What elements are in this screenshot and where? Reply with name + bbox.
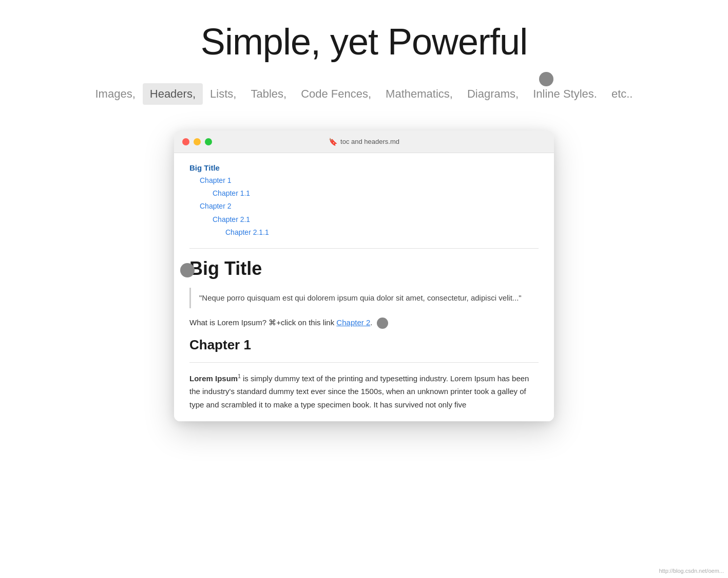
- chapter2-link[interactable]: Chapter 2: [336, 318, 370, 327]
- feature-diagrams[interactable]: Diagrams,: [460, 83, 526, 105]
- link-suffix: .: [370, 318, 372, 327]
- window-content: Big Title Chapter 1 Chapter 1.1 Chapter …: [174, 153, 554, 421]
- lorem-ipsum-bold: Lorem Ipsum: [189, 374, 238, 383]
- minimize-button[interactable]: [194, 138, 201, 145]
- file-icon: 🔖: [329, 138, 337, 146]
- traffic-lights: [182, 138, 212, 145]
- document-section: Big Title "Neque porro quisquam est qui …: [189, 258, 539, 412]
- close-button[interactable]: [182, 138, 189, 145]
- blockquote-text: "Neque porro quisquam est qui dolorem ip…: [199, 293, 522, 302]
- feature-tables[interactable]: Tables,: [243, 83, 294, 105]
- toc-chapter2-1-1[interactable]: Chapter 2.1.1: [189, 226, 539, 239]
- feature-lists[interactable]: Lists,: [203, 83, 243, 105]
- watermark: http://blog.csdn.net/oem...: [659, 568, 724, 574]
- window-title-area: 🔖 toc and headers.md: [329, 138, 399, 146]
- feature-tags-row: Images, Headers, Lists, Tables, Code Fen…: [0, 78, 728, 120]
- feature-headers[interactable]: Headers,: [143, 83, 203, 105]
- toc-chapter2[interactable]: Chapter 2: [189, 200, 539, 213]
- feature-inline-styles[interactable]: Inline Styles.: [526, 83, 604, 105]
- feature-mathematics[interactable]: Mathematics,: [378, 83, 460, 105]
- hero-title: Simple, yet Powerful: [0, 0, 728, 78]
- decorative-dot-top-right: [539, 72, 553, 86]
- window-title-text: toc and headers.md: [340, 138, 399, 145]
- chapter1-divider: [189, 362, 539, 363]
- lorem-intro-paragraph: What is Lorem Ipsum? ⌘+click on this lin…: [189, 316, 539, 329]
- toc-chapter1[interactable]: Chapter 1: [189, 174, 539, 187]
- lorem-body-paragraph: Lorem Ipsum1 is simply dummy text of the…: [189, 372, 539, 412]
- chapter1-heading: Chapter 1: [189, 337, 539, 353]
- toc-chapter1-1[interactable]: Chapter 1.1: [189, 187, 539, 200]
- feature-images[interactable]: Images,: [88, 83, 143, 105]
- section-divider: [189, 248, 539, 249]
- feature-etc[interactable]: etc..: [604, 83, 640, 105]
- feature-code-fences[interactable]: Code Fences,: [294, 83, 378, 105]
- app-window: 🔖 toc and headers.md Big Title Chapter 1…: [174, 130, 554, 421]
- maximize-button[interactable]: [205, 138, 212, 145]
- toc-section: Big Title Chapter 1 Chapter 1.1 Chapter …: [189, 163, 539, 239]
- toc-chapter2-1[interactable]: Chapter 2.1: [189, 213, 539, 226]
- title-bar: 🔖 toc and headers.md: [174, 130, 554, 153]
- doc-big-title: Big Title: [189, 258, 539, 279]
- decorative-dot-mid-left: [180, 263, 195, 277]
- decorative-dot-inline: [377, 318, 388, 329]
- blockquote: "Neque porro quisquam est qui dolorem ip…: [189, 288, 539, 308]
- toc-big-title[interactable]: Big Title: [189, 163, 539, 172]
- lorem-intro-text: What is Lorem Ipsum? ⌘+click on this lin…: [189, 318, 334, 327]
- lorem-body-text: is simply dummy text of the printing and…: [189, 374, 529, 409]
